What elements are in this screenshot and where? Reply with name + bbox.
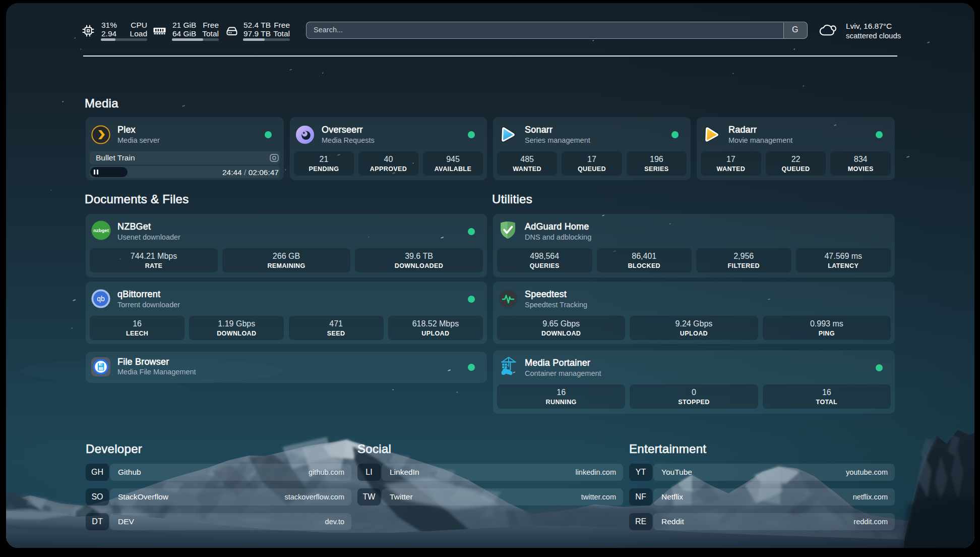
svg-text:qb: qb [97, 295, 105, 303]
svg-text:nzbget: nzbget [93, 228, 109, 233]
